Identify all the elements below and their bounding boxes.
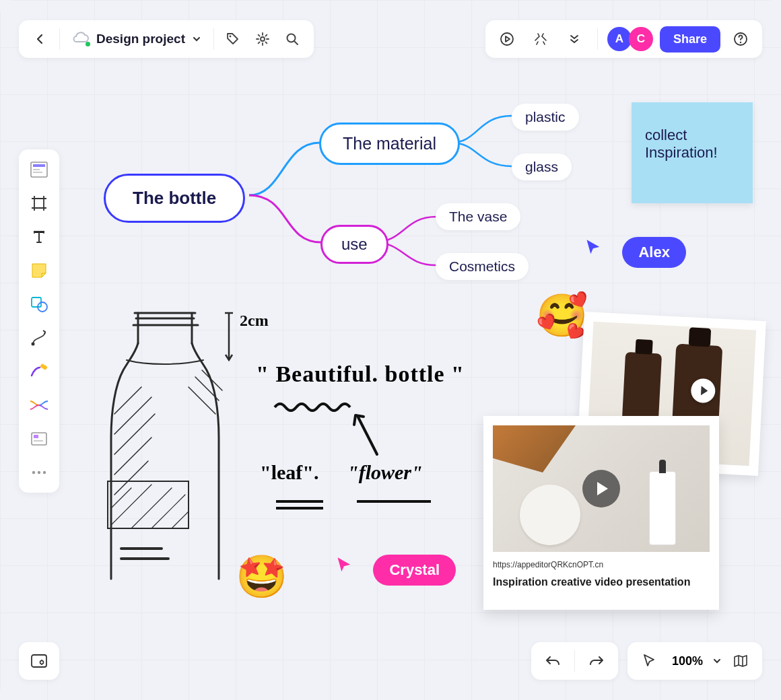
template-tool[interactable] — [24, 155, 54, 184]
divider — [597, 28, 598, 50]
chevron-down-icon[interactable] — [712, 656, 722, 666]
card-tool[interactable] — [24, 424, 54, 454]
chevron-down-icon — [192, 34, 201, 44]
topbar-right: A C Share — [485, 20, 762, 58]
zoom-level[interactable]: 100% — [668, 654, 707, 668]
mindmap-node-material[interactable]: The material — [319, 123, 460, 165]
svg-point-5 — [740, 42, 741, 43]
avatar-c[interactable]: C — [629, 27, 653, 51]
svg-point-12 — [32, 343, 35, 346]
video-card-media — [493, 425, 710, 552]
video-card-url: https://appeditorQRKcnOPT.cn — [493, 560, 710, 569]
magic-button[interactable] — [527, 26, 554, 53]
svg-point-3 — [501, 33, 513, 45]
dimension-label: 2cm — [240, 312, 269, 330]
back-button[interactable] — [27, 26, 54, 53]
search-button[interactable] — [279, 26, 306, 53]
map-view-button[interactable] — [727, 648, 754, 674]
frame-tool[interactable] — [24, 188, 54, 218]
project-title: Design project — [96, 32, 185, 46]
topbar-left: Design project — [19, 20, 314, 58]
svg-point-18 — [38, 471, 40, 474]
minimap-button[interactable] — [19, 642, 59, 680]
svg-point-17 — [32, 471, 35, 474]
divider — [59, 28, 60, 50]
cursor-icon — [584, 238, 603, 257]
svg-rect-10 — [32, 298, 41, 307]
mindmap-leaf-glass[interactable]: glass — [512, 153, 572, 180]
handwriting-leaf: "leaf". — [260, 461, 318, 484]
svg-point-1 — [261, 37, 265, 41]
svg-rect-8 — [33, 169, 40, 170]
svg-rect-15 — [34, 435, 38, 438]
settings-button[interactable] — [249, 26, 276, 53]
video-card[interactable]: https://appeditorQRKcnOPT.cn Inspiration… — [483, 416, 719, 610]
mindmap-tool[interactable] — [24, 390, 54, 420]
divider — [574, 650, 575, 672]
svg-rect-14 — [32, 433, 46, 445]
play-icon[interactable] — [582, 470, 620, 508]
cursor-label-alex: Alex — [622, 237, 685, 268]
shape-tool[interactable] — [24, 289, 54, 319]
cloud-icon — [72, 31, 90, 48]
handwriting-flower: "flower" — [347, 461, 423, 484]
sticky-note-tool[interactable] — [24, 256, 54, 285]
text-tool[interactable] — [24, 222, 54, 252]
connector-tool[interactable] — [24, 323, 54, 353]
svg-point-22 — [40, 661, 44, 664]
mindmap-node-use[interactable]: use — [320, 225, 388, 264]
svg-rect-13 — [40, 363, 48, 370]
share-button[interactable]: Share — [660, 26, 720, 53]
mindmap-leaf-vase[interactable]: The vase — [436, 203, 520, 230]
more-menu-button[interactable] — [561, 26, 588, 53]
bottom-right-bar: 100% — [531, 642, 762, 680]
tag-button[interactable] — [219, 26, 246, 53]
mindmap-leaf-plastic[interactable]: plastic — [512, 104, 579, 131]
handwriting-beautiful: " Beautiful. bottle " — [256, 361, 465, 387]
cursor-alex: Alex — [584, 237, 686, 268]
toolbox — [19, 149, 59, 493]
sticky-note[interactable]: collect Inspiration! — [632, 102, 753, 203]
redo-button[interactable] — [583, 648, 610, 674]
undo-button[interactable] — [539, 648, 566, 674]
project-selector[interactable]: Design project — [65, 31, 208, 48]
video-card-title: Inspiration creative video presentation — [493, 576, 710, 588]
svg-point-0 — [230, 36, 232, 38]
mindmap-leaf-cosmetics[interactable]: Cosmetics — [436, 253, 529, 280]
svg-rect-9 — [33, 172, 42, 173]
present-button[interactable] — [494, 26, 520, 53]
svg-rect-21 — [32, 655, 46, 667]
svg-rect-7 — [33, 164, 45, 167]
avatar-a[interactable]: A — [607, 27, 632, 51]
heart-eyes-emoji[interactable]: 🥰 — [536, 291, 588, 340]
mindmap-root[interactable]: The bottle — [104, 174, 245, 223]
pointer-tool[interactable] — [636, 648, 663, 674]
svg-point-19 — [43, 471, 46, 474]
svg-rect-16 — [34, 440, 43, 442]
help-button[interactable] — [727, 26, 754, 53]
divider — [213, 28, 214, 50]
more-tools[interactable] — [24, 458, 54, 487]
bottle-sketch — [94, 300, 471, 609]
pen-tool[interactable] — [24, 357, 54, 386]
sketch-area[interactable]: 2cm " Beautiful. bottle " "leaf". "flowe… — [94, 300, 471, 609]
